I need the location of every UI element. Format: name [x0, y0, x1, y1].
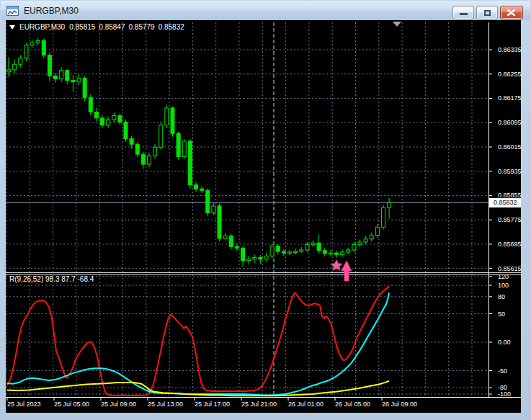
price-axis-label: 0.86335: [498, 46, 522, 53]
current-price-tag: 0.85832: [489, 198, 521, 207]
buy-arrow-icon: [342, 261, 352, 281]
candle-bear: [66, 71, 69, 81]
candle-bull: [19, 58, 22, 64]
candle-bear: [130, 139, 133, 145]
chart-window-icon: [6, 6, 19, 16]
candle-bull: [148, 156, 151, 164]
indicator-axis-label: -50: [498, 367, 507, 375]
close-icon: [507, 9, 516, 17]
candle-bear: [206, 190, 210, 213]
price-axis-label: 0.86255: [498, 71, 522, 78]
window-title: EURGBP,M30: [24, 6, 79, 16]
candle-bear: [235, 246, 238, 248]
candle-bull: [7, 70, 11, 72]
restore-button[interactable]: [476, 6, 498, 19]
candle-bear: [94, 112, 98, 117]
restore-icon: [484, 10, 491, 16]
candle-bull: [305, 244, 309, 250]
minimize-button[interactable]: [452, 6, 474, 19]
candle-bull: [352, 244, 356, 250]
candle-bear: [135, 144, 139, 154]
candle-bear: [200, 189, 204, 190]
candle-bear: [124, 122, 128, 138]
price-axis-label: 0.85935: [498, 168, 522, 175]
candle-bear: [83, 79, 86, 98]
candle-bull: [329, 253, 332, 254]
indicator-axis-label: 80: [498, 293, 505, 300]
candle-bear: [118, 116, 122, 122]
candle-bull: [300, 250, 303, 251]
candle-bear: [101, 118, 104, 125]
price-axis-label: 0.85775: [498, 216, 522, 223]
candle-bull: [370, 236, 373, 239]
candle-bear: [229, 236, 233, 247]
time-axis-label: 25 Jul 17:00: [195, 401, 230, 408]
time-axis-label: 25 Jul 09:00: [101, 401, 136, 408]
chart-shift-marker-icon: [393, 22, 401, 27]
candle-bull: [347, 250, 350, 252]
minimize-icon: [460, 13, 468, 15]
candle-bear: [335, 253, 339, 254]
time-axis-label: 25 Jul 13:00: [148, 401, 183, 408]
price-axis-label: 0.85695: [498, 241, 522, 248]
candle-bull: [388, 202, 391, 207]
candle-bull: [30, 43, 34, 45]
time-axis-label: 25 Jul 21:00: [241, 401, 277, 408]
candle-bull: [288, 252, 292, 254]
time-axis-label: 26 Jul 05:00: [335, 401, 370, 408]
candle-bear: [195, 185, 198, 189]
candle-bull: [112, 116, 116, 120]
indicator-axis-label: -100: [498, 390, 511, 398]
price-axis-label: 0.86175: [498, 94, 522, 102]
price-axis-label: 0.85615: [498, 265, 522, 272]
candle-bull: [212, 206, 215, 213]
time-axis-label: 25 Jul 05:00: [54, 401, 89, 408]
candle-bear: [54, 76, 58, 79]
candle-bear: [218, 206, 221, 238]
candle-bull: [264, 256, 268, 259]
chart-window: EURGBP,M30 EURGBP,M30 0.85815 0.85847 0.…: [0, 0, 531, 420]
time-axis-label: 25 Jul 2023: [7, 401, 41, 408]
candle-bull: [77, 79, 81, 82]
price-axis[interactable]: 0.863350.862550.861750.860950.860150.859…: [493, 20, 521, 397]
indicator-axis-label: 50: [498, 310, 505, 318]
candle-bear: [89, 97, 92, 112]
candle-bull: [253, 257, 256, 259]
chart-zigzag-icon: [7, 10, 18, 16]
candle-bull: [294, 251, 298, 253]
candle-bull: [375, 227, 379, 235]
candle-bull: [364, 239, 367, 242]
candle-bear: [317, 243, 321, 251]
candle-bull: [247, 259, 251, 261]
time-axis[interactable]: 25 Jul 202325 Jul 05:0025 Jul 09:0025 Ju…: [6, 399, 521, 413]
candle-bear: [323, 251, 326, 254]
candle-bull: [182, 141, 186, 157]
chart-client-area: EURGBP,M30 0.85815 0.85847 0.85779 0.858…: [6, 20, 521, 413]
time-axis-label: 26 Jul 09:00: [382, 401, 417, 408]
candle-bull: [341, 252, 344, 254]
candle-bull: [358, 242, 362, 244]
candle-bull: [382, 207, 385, 227]
price-axis-label: 0.86015: [498, 143, 522, 151]
candle-bear: [282, 251, 285, 253]
candle-bear: [71, 81, 75, 82]
candle-bull: [36, 40, 40, 43]
indicator-axis-label: 120: [498, 273, 509, 280]
candle-bear: [276, 246, 280, 251]
candle-bear: [171, 108, 174, 133]
close-button[interactable]: [500, 6, 523, 19]
candle-bull: [107, 120, 110, 125]
indicator-axis-label: 100: [498, 282, 509, 289]
candle-bear: [48, 55, 51, 76]
candle-bull: [223, 236, 227, 238]
time-axis-label: 26 Jul 01:00: [288, 401, 323, 408]
indicator-line-R-mid: [7, 292, 389, 395]
candle-bull: [13, 64, 17, 70]
chart-plot-area[interactable]: [6, 20, 521, 413]
candle-bull: [24, 45, 28, 58]
title-bar[interactable]: EURGBP,M30: [1, 1, 530, 20]
candle-bear: [177, 133, 180, 156]
candle-bull: [165, 108, 169, 125]
candle-bull: [270, 246, 274, 256]
candle-bear: [141, 154, 145, 164]
